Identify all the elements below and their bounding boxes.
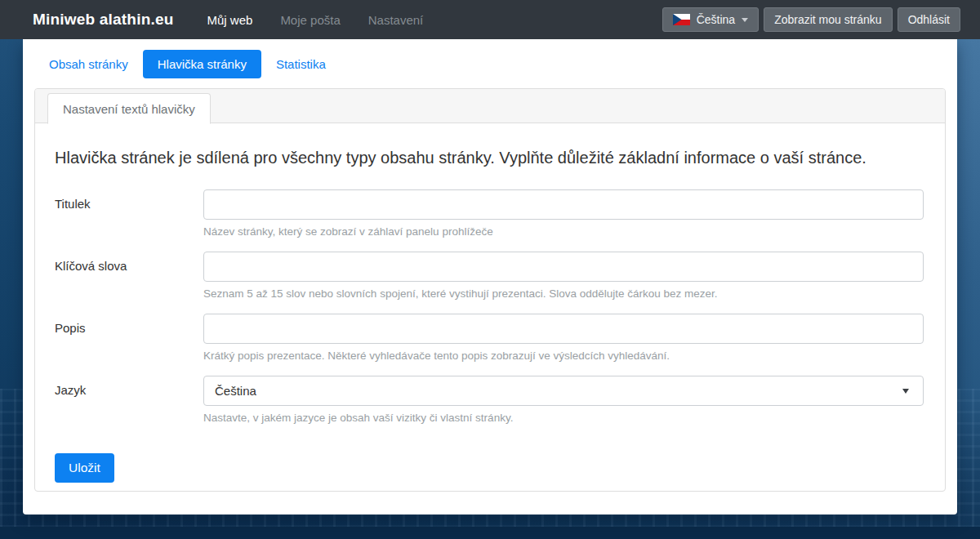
field-control: Krátký popis prezentace. Některé vyhledá… [203, 314, 924, 362]
view-site-button[interactable]: Zobrazit mou stránku [764, 7, 893, 32]
titulek-input[interactable] [203, 189, 924, 220]
field-help: Název stránky, který se zobrazí v záhlav… [203, 225, 924, 238]
top-navbar: Miniweb alathin.eu Můj web Moje pošta Na… [0, 0, 980, 39]
nav-item-nastaveni[interactable]: Nastavení [354, 0, 438, 39]
panel-tab-bar: Nastavení textů hlavičky [35, 89, 945, 123]
language-dropdown[interactable]: Čeština [662, 7, 759, 32]
brand-title[interactable]: Miniweb alathin.eu [33, 11, 174, 29]
logout-button[interactable]: Odhlásit [898, 7, 960, 32]
background-bottom-strip [0, 527, 980, 539]
language-label: Čeština [697, 13, 735, 26]
tab-hlavicka-stranky[interactable]: Hlavička stránky [143, 50, 261, 78]
popis-input[interactable] [203, 314, 924, 344]
field-label: Popis [55, 314, 203, 362]
chevron-down-icon [902, 389, 909, 394]
section-tabs: Obsah stránky Hlavička stránky Statistik… [23, 39, 957, 88]
field-label: Jazyk [55, 376, 203, 424]
field-help: Nastavte, v jakém jazyce je obsah vaší v… [203, 412, 924, 424]
field-label: Klíčová slova [55, 252, 203, 300]
navbar-actions: Čeština Zobrazit mou stránku Odhlásit [662, 7, 960, 32]
field-label: Titulek [55, 189, 203, 238]
form-row-klicova-slova: Klíčová slova Seznam 5 až 15 slov nebo s… [55, 252, 924, 300]
header-settings-panel: Nastavení textů hlavičky Hlavička stráne… [34, 88, 946, 492]
nav-item-muj-web[interactable]: Můj web [194, 0, 267, 39]
tab-obsah-stranky[interactable]: Obsah stránky [34, 50, 143, 78]
main-nav: Můj web Moje pošta Nastavení [194, 0, 438, 39]
field-control: Seznam 5 až 15 slov nebo slovních spojen… [203, 252, 924, 300]
form-row-popis: Popis Krátký popis prezentace. Některé v… [55, 314, 924, 362]
caret-down-icon [742, 18, 748, 22]
field-help: Krátký popis prezentace. Některé vyhledá… [203, 350, 924, 362]
tab-nastaveni-textu-hlavicky[interactable]: Nastavení textů hlavičky [47, 93, 211, 124]
panel-body: Hlavička stránek je sdílená pro všechny … [35, 123, 945, 483]
tab-statistika[interactable]: Statistika [261, 50, 341, 78]
save-button[interactable]: Uložit [55, 453, 114, 483]
form-row-titulek: Titulek Název stránky, který se zobrazí … [55, 189, 924, 238]
form-row-jazyk: Jazyk Čeština Nastavte, v jakém jazyce j… [55, 376, 924, 424]
jazyk-select[interactable]: Čeština [203, 376, 924, 406]
content-card: Obsah stránky Hlavička stránky Statistik… [23, 39, 957, 514]
lead-text: Hlavička stránek je sdílená pro všechny … [55, 149, 924, 167]
field-control: Název stránky, který se zobrazí v záhlav… [203, 189, 924, 238]
nav-item-moje-posta[interactable]: Moje pošta [266, 0, 354, 39]
field-help: Seznam 5 až 15 slov nebo slovních spojen… [203, 287, 924, 300]
jazyk-select-value: Čeština [215, 384, 256, 398]
field-control: Čeština Nastavte, v jakém jazyce je obsa… [203, 376, 924, 424]
czech-flag-icon [673, 14, 690, 25]
klicova-slova-input[interactable] [203, 252, 924, 282]
